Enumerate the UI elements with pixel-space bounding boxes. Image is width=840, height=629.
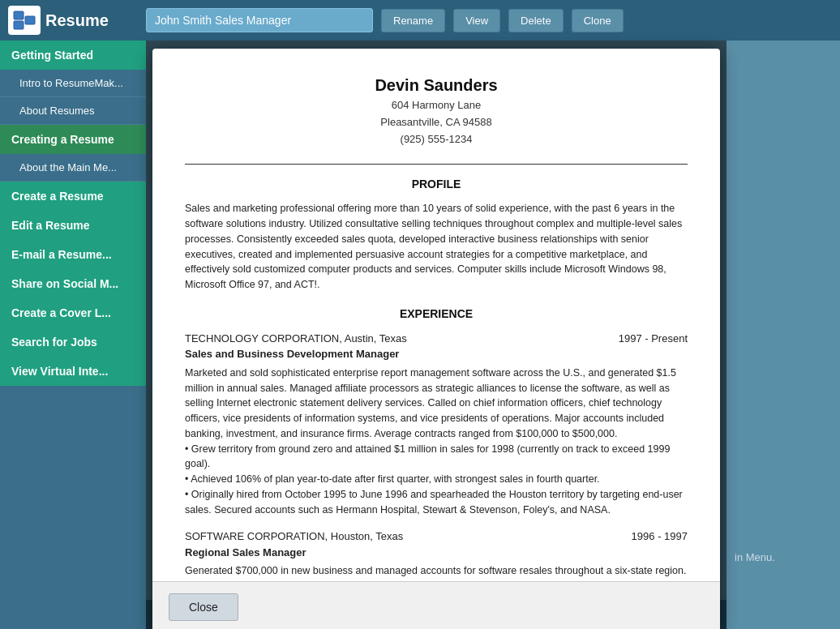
sidebar-item-intro[interactable]: Intro to ResumeMak... — [0, 70, 146, 97]
resume-name: Devin Saunders — [185, 73, 688, 97]
svg-rect-2 — [25, 16, 35, 24]
exp-header-1: TECHNOLOGY CORPORATION, Austin, Texas 19… — [185, 331, 688, 347]
svg-rect-0 — [14, 11, 24, 19]
sidebar: Getting Started Intro to ResumeMak... Ab… — [0, 41, 146, 629]
sidebar-item-email-resume[interactable]: E-mail a Resume... — [0, 240, 146, 269]
profile-heading: PROFILE — [185, 176, 688, 193]
modal: Devin Saunders 604 Harmony Lane Pleasant… — [152, 49, 720, 629]
sidebar-item-edit-resume[interactable]: Edit a Resume — [0, 211, 146, 240]
resume-header: Devin Saunders 604 Harmony Lane Pleasant… — [185, 73, 688, 148]
exp-desc-1: Marketed and sold sophisticated enterpri… — [185, 366, 688, 518]
resume-title-input[interactable] — [146, 8, 373, 32]
exp-header-2: SOFTWARE CORPORATION, Houston, Texas 199… — [185, 528, 688, 545]
logo-area: Resume — [8, 6, 138, 35]
delete-button[interactable]: Delete — [508, 9, 564, 32]
content-area: Devin Saunders 604 Harmony Lane Pleasant… — [146, 41, 726, 629]
modal-body[interactable]: Devin Saunders 604 Harmony Lane Pleasant… — [152, 49, 720, 581]
exp-company-2: SOFTWARE CORPORATION, Houston, Texas — [185, 528, 403, 545]
close-button[interactable]: Close — [169, 593, 238, 621]
right-panel-hint: in Menu. — [735, 551, 832, 563]
sidebar-item-share-social[interactable]: Share on Social M... — [0, 269, 146, 298]
profile-text: Sales and marketing professional offerin… — [185, 201, 688, 293]
sidebar-item-about-main-mel[interactable]: About the Main Me... — [0, 154, 146, 182]
exp-title-2: Regional Sales Manager — [185, 545, 688, 561]
exp-dates-1: 1997 - Present — [619, 331, 688, 347]
experience-entry-1: TECHNOLOGY CORPORATION, Austin, Texas 19… — [185, 331, 688, 518]
resume-address: 604 Harmony Lane Pleasantville, CA 94588… — [185, 97, 688, 148]
exp-desc-2: Generated $700,000 in new business and m… — [185, 563, 688, 581]
logo-icon — [8, 6, 41, 35]
exp-company-1: TECHNOLOGY CORPORATION, Austin, Texas — [185, 331, 407, 347]
right-panel: in Menu. — [726, 41, 840, 629]
logo-text: Resume — [45, 11, 109, 30]
exp-dates-2: 1996 - 1997 — [632, 528, 688, 545]
exp-title-1: Sales and Business Development Manager — [185, 346, 688, 362]
sidebar-item-create-cover[interactable]: Create a Cover L... — [0, 298, 146, 327]
svg-rect-1 — [14, 21, 24, 29]
clone-button[interactable]: Clone — [572, 9, 624, 32]
modal-overlay: Devin Saunders 604 Harmony Lane Pleasant… — [146, 41, 726, 629]
sidebar-item-search-jobs[interactable]: Search for Jobs — [0, 327, 146, 357]
sidebar-item-creating-resume[interactable]: Creating a Resume — [0, 125, 146, 154]
sidebar-item-create-resume[interactable]: Create a Resume — [0, 182, 146, 211]
modal-footer: Close — [152, 581, 720, 629]
experience-heading: EXPERIENCE — [185, 306, 688, 323]
view-button[interactable]: View — [453, 9, 500, 32]
resume-divider — [185, 164, 688, 165]
experience-entry-2: SOFTWARE CORPORATION, Houston, Texas 199… — [185, 528, 688, 581]
main-layout: Getting Started Intro to ResumeMak... Ab… — [0, 41, 840, 629]
sidebar-item-view-virtual[interactable]: View Virtual Inte... — [0, 357, 146, 386]
sidebar-item-about-resumes[interactable]: About Resumes — [0, 97, 146, 125]
rename-button[interactable]: Rename — [381, 9, 445, 32]
sidebar-item-getting-started[interactable]: Getting Started — [0, 41, 146, 70]
top-bar: Resume Rename View Delete Clone — [0, 0, 840, 41]
